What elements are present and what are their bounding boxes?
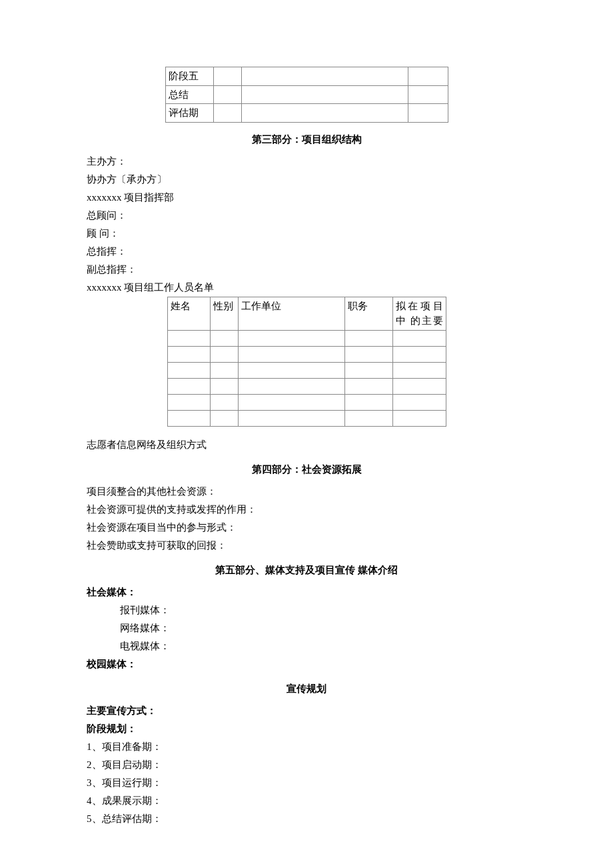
text-line: 社会资源可提供的支持或发挥的作用：	[87, 501, 526, 519]
cell	[213, 67, 241, 86]
cell: 阶段五	[165, 67, 213, 86]
cell	[241, 85, 408, 104]
table-row: 总结	[165, 85, 448, 104]
section5-sub-heading: 宣传规划	[87, 680, 526, 698]
cell: 总结	[165, 85, 213, 104]
text-line: 总指挥：	[87, 243, 526, 261]
table-row	[167, 330, 446, 346]
cell	[408, 67, 448, 86]
text-line: 顾 问：	[87, 225, 526, 243]
table-row	[167, 378, 446, 394]
phase-item: 4、成果展示期：	[87, 792, 526, 810]
text-line: 主办方：	[87, 153, 526, 171]
phase-table: 阶段五 总结 评估期	[165, 67, 448, 123]
phase-item: 3、项目运行期：	[87, 774, 526, 792]
table-row	[167, 394, 446, 410]
media-type: 网络媒体：	[87, 619, 526, 637]
cell	[408, 85, 448, 104]
main-method-label: 主要宣传方式：	[87, 702, 526, 720]
table-header-row: 姓名 性别 工作单位 职务 拟在项目中 的主要	[167, 297, 446, 330]
volunteer-line: 志愿者信息网络及组织方式	[87, 436, 526, 454]
table-row: 阶段五	[165, 67, 448, 86]
table-row	[167, 346, 446, 362]
section5-heading: 第五部分、媒体支持及项目宣传 媒体介绍	[87, 561, 526, 579]
phase-item: 2、项目启动期：	[87, 756, 526, 774]
personnel-table: 姓名 性别 工作单位 职务 拟在项目中 的主要	[167, 297, 446, 427]
text-line: 社会资源在项目当中的参与形式：	[87, 519, 526, 537]
cell: 评估期	[165, 104, 213, 123]
col-header: 性别	[210, 297, 238, 330]
media-type: 报刊媒体：	[87, 601, 526, 619]
table-row	[167, 410, 446, 426]
col-header: 工作单位	[238, 297, 344, 330]
phase-plan-label: 阶段规划：	[87, 720, 526, 738]
text-line: xxxxxxx 项目组工作人员名单	[87, 279, 526, 297]
text-line: 社会赞助或支持可获取的回报：	[87, 537, 526, 555]
col-header: 姓名	[167, 297, 210, 330]
cell	[241, 104, 408, 123]
cell	[408, 104, 448, 123]
section3-heading: 第三部分：项目组织结构	[87, 131, 526, 149]
text-line: 副总指挥：	[87, 261, 526, 279]
campus-media-label: 校园媒体：	[87, 655, 526, 673]
text-line: xxxxxxx 项目指挥部	[87, 189, 526, 207]
phase-item: 5、总结评估期：	[87, 810, 526, 828]
text-line: 协办方〔承办方〕	[87, 171, 526, 189]
table-row: 评估期	[165, 104, 448, 123]
section4-heading: 第四部分：社会资源拓展	[87, 461, 526, 479]
cell	[213, 85, 241, 104]
text-line: 项目须整合的其他社会资源：	[87, 483, 526, 501]
social-media-label: 社会媒体：	[87, 583, 526, 601]
phase-item: 1、项目准备期：	[87, 738, 526, 756]
col-header: 职务	[344, 297, 392, 330]
table-row	[167, 362, 446, 378]
col-header: 拟在项目中 的主要	[392, 297, 446, 330]
media-type: 电视媒体：	[87, 637, 526, 655]
cell	[213, 104, 241, 123]
text-line: 总顾问：	[87, 207, 526, 225]
cell	[241, 67, 408, 86]
